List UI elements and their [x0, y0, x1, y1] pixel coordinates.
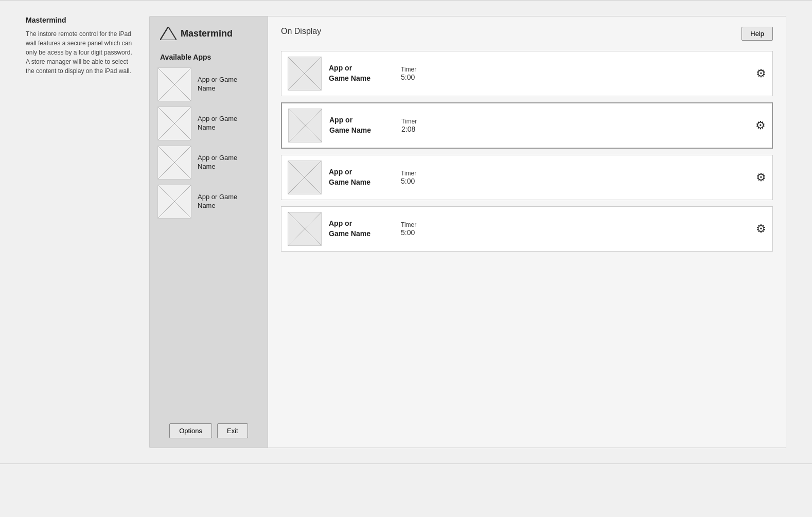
app-list-item[interactable]: App or Game Name [157, 67, 260, 101]
display-item[interactable]: App or Game NameTimer5:00⚙ [281, 51, 773, 96]
display-item[interactable]: App or Game NameTimer5:00⚙ [281, 155, 773, 200]
display-item[interactable]: App or Game NameTimer5:00⚙ [281, 206, 773, 252]
display-item-thumbnail [288, 57, 322, 91]
timer-value: 5:00 [401, 177, 442, 185]
timer-label: Timer [401, 118, 443, 125]
sidebar-title: Mastermind [26, 16, 134, 24]
app-list-item[interactable]: App or Game Name [157, 146, 260, 180]
app-item-name: App or Game Name [198, 76, 237, 93]
gear-icon[interactable]: ⚙ [755, 119, 766, 132]
display-item-timer: Timer5:00 [401, 221, 442, 237]
display-item-name: App or Game Name [329, 167, 380, 187]
timer-value: 5:00 [401, 228, 442, 237]
app-list-item[interactable]: App or Game Name [157, 185, 260, 219]
display-item-name: App or Game Name [329, 219, 380, 239]
display-item-name: App or Game Name [329, 115, 381, 135]
page-wrapper: Mastermind The instore remote control fo… [0, 0, 812, 464]
display-header: On Display Help [281, 27, 773, 41]
display-item-info: App or Game NameTimer5:00⚙ [329, 219, 766, 239]
timer-value: 5:00 [401, 73, 442, 81]
display-item-thumbnail [288, 161, 322, 194]
options-button[interactable]: Options [169, 423, 212, 438]
display-item-thumbnail [288, 212, 322, 246]
main-panel: Mastermind Available Apps App or Game Na… [149, 16, 786, 448]
app-sidebar-footer: Options Exit [150, 414, 268, 448]
help-button[interactable]: Help [742, 27, 773, 41]
sidebar-description: The instore remote control for the iPad … [26, 29, 134, 76]
app-sidebar-header: Mastermind [150, 16, 268, 48]
content-area: Mastermind The instore remote control fo… [0, 1, 812, 463]
display-item-name: App or Game Name [329, 63, 380, 83]
on-display-label: On Display [281, 27, 321, 36]
display-item-timer: Timer2:08 [401, 118, 443, 133]
display-item-timer: Timer5:00 [401, 66, 442, 81]
app-thumbnail [157, 67, 191, 101]
sidebar-info: Mastermind The instore remote control fo… [26, 16, 134, 448]
app-panel-title: Mastermind [181, 28, 233, 39]
display-item-info: App or Game NameTimer2:08⚙ [329, 115, 766, 135]
gear-icon[interactable]: ⚙ [756, 67, 766, 80]
display-panel: On Display Help App or Game NameTimer5:0… [268, 16, 786, 448]
timer-label: Timer [401, 170, 442, 177]
app-list-item[interactable]: App or Game Name [157, 106, 260, 140]
app-item-name: App or Game Name [198, 115, 237, 132]
display-item[interactable]: App or Game NameTimer2:08⚙ [281, 102, 773, 149]
timer-label: Timer [401, 221, 442, 228]
gear-icon[interactable]: ⚙ [756, 222, 766, 236]
app-thumbnail [157, 146, 191, 180]
app-sidebar: Mastermind Available Apps App or Game Na… [150, 16, 268, 448]
mastermind-logo-icon [160, 27, 176, 40]
display-item-info: App or Game NameTimer5:00⚙ [329, 63, 766, 83]
available-apps-label: Available Apps [150, 48, 268, 67]
display-item-thumbnail [288, 109, 322, 142]
display-item-timer: Timer5:00 [401, 170, 442, 185]
app-list: App or Game Name App or Game Name App or… [150, 67, 268, 414]
app-item-name: App or Game Name [198, 193, 237, 210]
display-items: App or Game NameTimer5:00⚙ App or Game N… [281, 51, 773, 252]
svg-marker-0 [160, 27, 176, 40]
app-thumbnail [157, 185, 191, 219]
app-item-name: App or Game Name [198, 154, 237, 171]
svg-line-1 [160, 27, 168, 40]
timer-label: Timer [401, 66, 442, 73]
gear-icon[interactable]: ⚙ [756, 171, 766, 184]
app-thumbnail [157, 106, 191, 140]
display-item-info: App or Game NameTimer5:00⚙ [329, 167, 766, 187]
bottom-rule [0, 463, 812, 464]
timer-value: 2:08 [401, 125, 443, 133]
exit-button[interactable]: Exit [217, 423, 248, 438]
